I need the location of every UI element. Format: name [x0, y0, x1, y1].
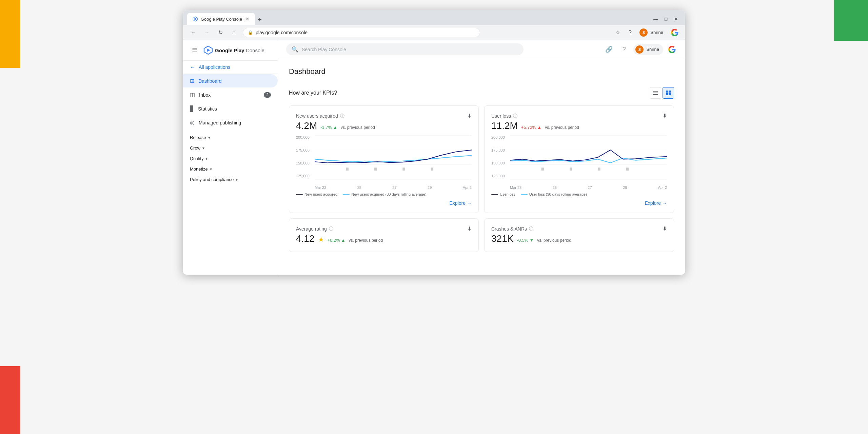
- forward-button[interactable]: →: [202, 28, 212, 37]
- kpi-change-user-loss: +5.72% ▲: [521, 125, 541, 130]
- sidebar-item-inbox[interactable]: ◫ Inbox 2: [183, 88, 278, 101]
- sidebar-item-label: Statistics: [198, 106, 217, 112]
- sidebar-section-grow[interactable]: Grow ▾: [183, 143, 278, 153]
- minimize-button[interactable]: —: [651, 14, 660, 24]
- kpi-help-avg-rating[interactable]: ⓘ: [329, 226, 333, 232]
- svg-point-1: [194, 18, 196, 20]
- topbar-profile-chip[interactable]: S Shrine: [633, 44, 663, 55]
- release-chevron: ▾: [208, 135, 210, 140]
- chart-legend-new-users: New users acquired New users acquired (3…: [296, 192, 472, 196]
- explore-button-new-users[interactable]: Explore →: [450, 200, 472, 206]
- chart-area-new-users: 200,000 175,000 150,000 125,000: [296, 135, 472, 190]
- sidebar-section-release[interactable]: Release ▾: [183, 132, 278, 143]
- kpi-download-user-loss[interactable]: ⬇: [663, 113, 667, 119]
- svg-rect-15: [346, 167, 349, 171]
- svg-rect-4: [653, 91, 658, 92]
- svg-rect-7: [666, 91, 668, 93]
- svg-rect-8: [669, 91, 671, 93]
- chart-plot-user-loss: [510, 135, 667, 179]
- monetize-chevron: ▾: [210, 167, 212, 172]
- home-button[interactable]: ⌂: [229, 28, 239, 37]
- lock-icon: 🔒: [248, 30, 253, 35]
- help-btn[interactable]: ?: [625, 28, 635, 37]
- kpi-download-new-users[interactable]: ⬇: [467, 113, 472, 119]
- kpi-header-user-loss: User loss ⓘ ⬇: [491, 113, 667, 119]
- back-button[interactable]: ←: [189, 28, 198, 37]
- kpi-value-row-new-users: 4.2M -1.7% ▲ vs. previous period: [296, 120, 472, 131]
- browser-window: Google Play Console ✕ + — □ ✕ ← → ↻ ⌂ 🔒 …: [183, 10, 685, 275]
- managed-publishing-icon: ◎: [190, 119, 195, 126]
- kpi-header-new-users: New users acquired ⓘ ⬇: [296, 113, 472, 119]
- sidebar-item-managed-publishing[interactable]: ◎ Managed publishing: [183, 116, 278, 129]
- quality-label: Quality: [190, 156, 203, 161]
- kpi-change-crashes: -0.5% ▼: [517, 238, 534, 243]
- kpi-help-user-loss[interactable]: ⓘ: [513, 113, 517, 119]
- kpi-download-crashes[interactable]: ⬇: [663, 225, 667, 232]
- dashboard-icon: ⊞: [190, 78, 194, 84]
- maximize-button[interactable]: □: [661, 14, 671, 24]
- kpi-help-new-users[interactable]: ⓘ: [340, 113, 344, 119]
- tab-bar: Google Play Console ✕ + — □ ✕: [183, 10, 685, 25]
- sidebar-item-label: Inbox: [199, 92, 211, 98]
- profile-chip[interactable]: S Shrine: [637, 27, 667, 38]
- app-content: ☰ Google Play Console ← All applications: [183, 40, 685, 275]
- content-area: Dashboard How are your KPIs?: [278, 59, 685, 275]
- kpi-vs-new-users: vs. previous period: [341, 125, 375, 130]
- search-bar[interactable]: 🔍 Search Play Console: [286, 43, 524, 55]
- active-tab[interactable]: Google Play Console ✕: [187, 13, 255, 25]
- tab-close-btn[interactable]: ✕: [245, 16, 250, 22]
- svg-rect-9: [666, 93, 668, 95]
- x-axis-user-loss: Mar 23 25 27 29 Apr 2: [510, 185, 667, 190]
- explore-button-user-loss[interactable]: Explore →: [645, 200, 667, 206]
- kpi-card-user-loss: User loss ⓘ ⬇ 11.2M +5.72% ▲ vs. previo: [484, 105, 674, 213]
- svg-rect-5: [653, 93, 658, 93]
- chart-legend-user-loss: User loss User loss (30 days rolling ave…: [491, 192, 667, 196]
- tab-favicon: [193, 16, 198, 22]
- new-tab-button[interactable]: +: [255, 16, 264, 24]
- bookmark-btn[interactable]: ☆: [613, 28, 623, 37]
- profile-avatar: S: [639, 28, 648, 37]
- quality-chevron: ▾: [205, 156, 208, 161]
- google-logo[interactable]: [670, 28, 679, 37]
- help-btn[interactable]: ?: [618, 44, 629, 55]
- kpi-download-avg-rating[interactable]: ⬇: [467, 225, 472, 232]
- inbox-badge: 2: [264, 92, 271, 98]
- sidebar-section-monetize[interactable]: Monetize ▾: [183, 164, 278, 174]
- topbar-google-logo[interactable]: [667, 45, 677, 54]
- sidebar-section-quality[interactable]: Quality ▾: [183, 153, 278, 164]
- sidebar-item-statistics[interactable]: ▊ Statistics: [183, 102, 278, 115]
- legend-line-dark: [296, 194, 303, 195]
- sidebar-logo: Google Play Console: [203, 45, 264, 55]
- close-button[interactable]: ✕: [671, 14, 681, 24]
- kpi-value-row-user-loss: 11.2M +5.72% ▲ vs. previous period: [491, 120, 667, 131]
- main-topbar: 🔍 Search Play Console 🔗 ? S Shrine: [278, 40, 685, 59]
- kpi-value-row-avg-rating: 4.12 ★ +0.2% ▲ vs. previous period: [296, 233, 472, 244]
- search-placeholder: Search Play Console: [302, 47, 346, 52]
- release-label: Release: [190, 135, 206, 140]
- profile-name: Shrine: [650, 30, 663, 35]
- policy-label: Policy and compliance: [190, 177, 234, 182]
- explore-row-user-loss: Explore →: [491, 200, 667, 206]
- star-icon: ★: [318, 235, 324, 243]
- link-btn[interactable]: 🔗: [604, 44, 614, 55]
- sidebar: ☰ Google Play Console ← All applications: [183, 40, 278, 275]
- kpi-vs-user-loss: vs. previous period: [545, 125, 579, 130]
- url-text: play.google.com/console: [256, 30, 308, 35]
- legend-line-light: [343, 194, 350, 195]
- address-actions: ☆ ? S Shrine: [613, 27, 679, 38]
- view-toggle: [650, 87, 674, 99]
- topbar-profile-name: Shrine: [646, 47, 659, 52]
- hamburger-btn[interactable]: ☰: [190, 45, 199, 55]
- chart-plot-new-users: [315, 135, 472, 179]
- list-view-btn[interactable]: [650, 87, 661, 99]
- url-bar[interactable]: 🔒 play.google.com/console: [243, 28, 480, 37]
- grid-view-btn[interactable]: [663, 87, 674, 99]
- kpi-help-crashes[interactable]: ⓘ: [529, 226, 533, 232]
- kpi-value-row-crashes: 321K -0.5% ▼ vs. previous period: [491, 233, 667, 244]
- refresh-button[interactable]: ↻: [216, 28, 225, 37]
- all-apps-button[interactable]: ← All applications: [183, 61, 278, 74]
- sidebar-item-dashboard[interactable]: ⊞ Dashboard: [183, 74, 278, 87]
- sidebar-section-policy[interactable]: Policy and compliance ▾: [183, 174, 278, 185]
- y-axis-user-loss: 200,000 175,000 150,000 125,000: [491, 135, 505, 179]
- grow-label: Grow: [190, 145, 200, 151]
